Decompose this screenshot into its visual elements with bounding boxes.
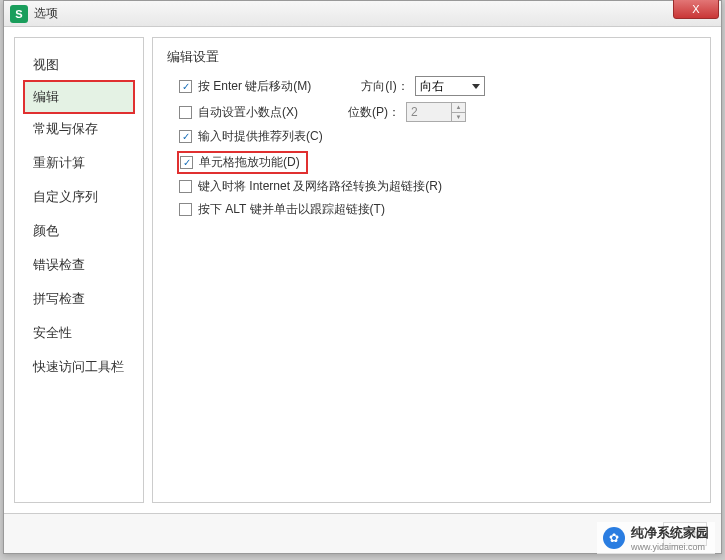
checkbox-alt-click[interactable] (179, 203, 192, 216)
app-icon: S (10, 5, 28, 23)
main-panel: 编辑设置 按 Enter 键后移动(M) 方向(I)： 向右 自动设置小数点(X… (152, 37, 711, 503)
option-auto-decimal: 自动设置小数点(X) 位数(P)： 2 ▲ ▼ (167, 102, 696, 122)
option-label: 单元格拖放功能(D) (199, 154, 300, 171)
checkbox-enter-move[interactable] (179, 80, 192, 93)
sidebar-item-quick-access[interactable]: 快速访问工具栏 (15, 350, 143, 384)
checkbox-hyperlink-convert[interactable] (179, 180, 192, 193)
sidebar-item-error-check[interactable]: 错误检查 (15, 248, 143, 282)
sidebar: 视图 编辑 常规与保存 重新计算 自定义序列 颜色 错误检查 拼写检查 安全性 … (14, 37, 144, 503)
checkbox-auto-decimal[interactable] (179, 106, 192, 119)
option-label: 键入时将 Internet 及网络路径转换为超链接(R) (198, 178, 442, 195)
option-alt-click-hyperlink: 按下 ALT 键并单击以跟踪超链接(T) (167, 201, 696, 218)
sidebar-item-spell-check[interactable]: 拼写检查 (15, 282, 143, 316)
watermark-name: 纯净系统家园 (631, 525, 709, 540)
option-label: 输入时提供推荐列表(C) (198, 128, 323, 145)
option-hyperlink-convert: 键入时将 Internet 及网络路径转换为超链接(R) (167, 178, 696, 195)
watermark-icon: ✿ (603, 527, 625, 549)
sidebar-item-edit[interactable]: 编辑 (23, 80, 135, 114)
direction-select[interactable]: 向右 (415, 76, 485, 96)
option-label: 按 Enter 键后移动(M) (198, 78, 311, 95)
spinner-up-icon[interactable]: ▲ (452, 103, 465, 113)
watermark-url: www.yidaimei.com (631, 542, 709, 552)
option-recommend-list: 输入时提供推荐列表(C) (167, 128, 696, 145)
option-label: 自动设置小数点(X) (198, 104, 298, 121)
chevron-down-icon (472, 84, 480, 89)
direction-value: 向右 (420, 78, 444, 95)
checkbox-cell-drag[interactable] (180, 156, 193, 169)
content-area: 视图 编辑 常规与保存 重新计算 自定义序列 颜色 错误检查 拼写检查 安全性 … (4, 27, 721, 513)
checkbox-recommend-list[interactable] (179, 130, 192, 143)
sidebar-item-general-save[interactable]: 常规与保存 (15, 112, 143, 146)
places-value: 2 (407, 105, 451, 119)
watermark: ✿ 纯净系统家园 www.yidaimei.com (597, 522, 715, 554)
section-title: 编辑设置 (167, 48, 696, 66)
option-label: 按下 ALT 键并单击以跟踪超链接(T) (198, 201, 385, 218)
close-button[interactable]: X (673, 0, 719, 19)
options-dialog: S 选项 X 视图 编辑 常规与保存 重新计算 自定义序列 颜色 错误检查 拼写… (3, 0, 722, 554)
places-control: 位数(P)： 2 ▲ ▼ (348, 102, 466, 122)
spinner-down-icon[interactable]: ▼ (452, 113, 465, 122)
places-spinner[interactable]: 2 ▲ ▼ (406, 102, 466, 122)
watermark-text: 纯净系统家园 www.yidaimei.com (631, 524, 709, 552)
sidebar-item-color[interactable]: 颜色 (15, 214, 143, 248)
window-title: 选项 (34, 5, 58, 22)
option-enter-move: 按 Enter 键后移动(M) 方向(I)： 向右 (167, 76, 696, 96)
sidebar-item-security[interactable]: 安全性 (15, 316, 143, 350)
spinner-buttons: ▲ ▼ (451, 103, 465, 121)
direction-control: 方向(I)： 向右 (361, 76, 484, 96)
places-label: 位数(P)： (348, 104, 400, 121)
option-cell-drag-highlight: 单元格拖放功能(D) (177, 151, 308, 174)
sidebar-item-custom-list[interactable]: 自定义序列 (15, 180, 143, 214)
sidebar-item-recalc[interactable]: 重新计算 (15, 146, 143, 180)
titlebar: S 选项 X (4, 1, 721, 27)
direction-label: 方向(I)： (361, 78, 408, 95)
sidebar-item-view[interactable]: 视图 (15, 48, 143, 82)
